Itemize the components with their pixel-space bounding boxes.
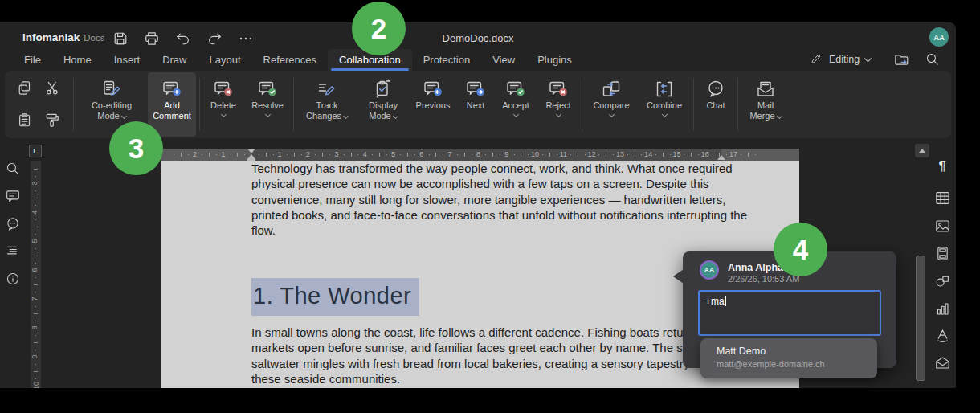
ruler-tick	[35, 219, 36, 220]
accept-button[interactable]: Accept	[495, 72, 537, 137]
edit-pencil-icon	[810, 51, 823, 68]
next-button[interactable]: Next	[458, 72, 493, 137]
horizontal-ruler[interactable]: 123456789101112131415161721	[161, 149, 799, 161]
mention-suggestion-item[interactable]: Matt Demo matt@exemple-domaine.ch	[700, 338, 877, 378]
ruler-number: 1	[278, 150, 282, 158]
tab-protection[interactable]: Protection	[412, 49, 482, 71]
editing-mode-dropdown[interactable]: Editing	[810, 50, 871, 69]
add-comment-button[interactable]: AddComment	[148, 72, 196, 137]
tab-references[interactable]: References	[252, 49, 328, 71]
save-icon[interactable]	[111, 29, 130, 48]
ruler-tick	[259, 154, 259, 155]
ruler-tick	[755, 154, 756, 155]
combine-button[interactable]: Combine	[639, 72, 690, 137]
comment-text-input[interactable]: +ma	[698, 290, 881, 336]
paste-icon[interactable]	[11, 104, 39, 137]
panel-mail-merge-settings-icon[interactable]	[933, 354, 951, 371]
compare-button[interactable]: Compare	[586, 72, 637, 137]
tab-view[interactable]: View	[481, 49, 526, 71]
tab-plugins[interactable]: Plugins	[526, 49, 583, 71]
resolve-button[interactable]: Resolve	[245, 72, 290, 137]
panel-paragraph-settings-icon[interactable]: ¶	[933, 157, 951, 175]
mail-merge-button[interactable]: MailMerge	[741, 72, 790, 137]
text-line: physical presence can now be accomplishe…	[251, 177, 766, 190]
heading-text: 1. The Wonder	[253, 283, 411, 309]
right-indent-marker[interactable]	[717, 155, 725, 160]
copy-icon[interactable]	[11, 72, 39, 104]
sidebar-comments-icon[interactable]	[5, 188, 21, 204]
tab-layout[interactable]: Layout	[198, 49, 252, 71]
ruler-tick	[35, 176, 36, 177]
ruler-number: 8	[31, 325, 39, 329]
panel-table-settings-icon[interactable]	[933, 189, 951, 206]
ruler-tick	[34, 198, 38, 198]
sidebar-navigation-icon[interactable]	[5, 243, 21, 259]
editing-mode-label: Editing	[829, 54, 860, 65]
sidebar-search-icon[interactable]	[5, 161, 21, 177]
track-changes-button[interactable]: TrackChanges	[297, 72, 357, 137]
text-line: Technology has transformed the way peopl…	[251, 162, 766, 175]
ruler-tick	[521, 153, 521, 157]
share-folder-button[interactable]	[891, 50, 912, 69]
ruler-tick	[684, 154, 684, 155]
display-mode-button[interactable]: DisplayMode	[358, 72, 408, 137]
ribbon-button-label: Next	[467, 100, 485, 111]
ruler-tick	[35, 292, 36, 292]
ruler-tick	[557, 154, 557, 155]
cut-icon[interactable]	[39, 72, 66, 104]
ruler-tick	[34, 256, 38, 256]
user-avatar[interactable]: AA	[929, 27, 949, 47]
ruler-number: 10	[32, 382, 40, 388]
chevron-down-icon	[864, 54, 872, 62]
ruler-number: 2	[193, 150, 197, 158]
search-button[interactable]	[922, 50, 943, 69]
panel-shape-settings-icon[interactable]	[933, 272, 951, 289]
ribbon-button-label: TrackChanges	[306, 100, 348, 121]
brand-logo: infomaniakDocs	[22, 31, 104, 43]
sidebar-chat-icon[interactable]	[5, 216, 21, 232]
delete-button[interactable]: Delete	[203, 72, 243, 137]
tab-file[interactable]: File	[13, 49, 52, 71]
text-caret	[725, 296, 726, 306]
tab-stop-selector[interactable]: L	[29, 145, 42, 157]
chat-button[interactable]: Chat	[697, 72, 734, 137]
format-painter-icon[interactable]	[39, 104, 66, 137]
vertical-scrollbar[interactable]	[916, 256, 925, 381]
ruler-tick	[34, 227, 38, 227]
co-editing-icon	[101, 78, 122, 100]
quick-access-toolbar	[111, 29, 255, 48]
previous-button[interactable]: Previous	[410, 72, 456, 137]
panel-text-art-settings-icon[interactable]	[933, 326, 951, 344]
tab-draw[interactable]: Draw	[151, 49, 198, 71]
ruler-tick	[273, 154, 274, 155]
ruler-tick	[386, 154, 387, 155]
ruler-tick	[35, 234, 36, 235]
sidebar-about-icon[interactable]	[5, 271, 21, 287]
annotation-step-3: 3	[109, 121, 163, 175]
panel-chart-settings-icon[interactable]	[933, 300, 951, 317]
tab-insert[interactable]: Insert	[103, 49, 152, 71]
text-line: printed books, and face-to-face conversa…	[251, 208, 766, 222]
ruler-number: 6	[31, 268, 39, 272]
more-icon[interactable]	[236, 29, 255, 48]
reject-button[interactable]: Reject	[538, 72, 578, 137]
undo-icon[interactable]	[174, 29, 193, 48]
ruler-number: 5	[391, 150, 395, 158]
ruler-tick	[301, 154, 302, 155]
tab-home[interactable]: Home	[52, 49, 103, 71]
print-icon[interactable]	[142, 29, 161, 48]
ruler-tick	[407, 153, 408, 157]
ruler-tick	[315, 154, 316, 155]
panel-header-footer-settings-icon[interactable]	[933, 244, 951, 262]
ruler-number: 16	[701, 150, 709, 158]
ribbon-separator	[73, 78, 74, 131]
redo-icon[interactable]	[205, 29, 224, 48]
chevron-down-icon	[264, 112, 270, 117]
first-line-indent-marker[interactable]	[247, 149, 255, 153]
display-mode-icon	[373, 78, 394, 100]
comment-next-icon	[465, 78, 486, 100]
panel-image-settings-icon[interactable]	[933, 217, 951, 235]
vertical-ruler[interactable]: 345678910	[31, 161, 41, 388]
ruler-number: 12	[588, 150, 596, 158]
left-sidebar	[0, 138, 24, 388]
